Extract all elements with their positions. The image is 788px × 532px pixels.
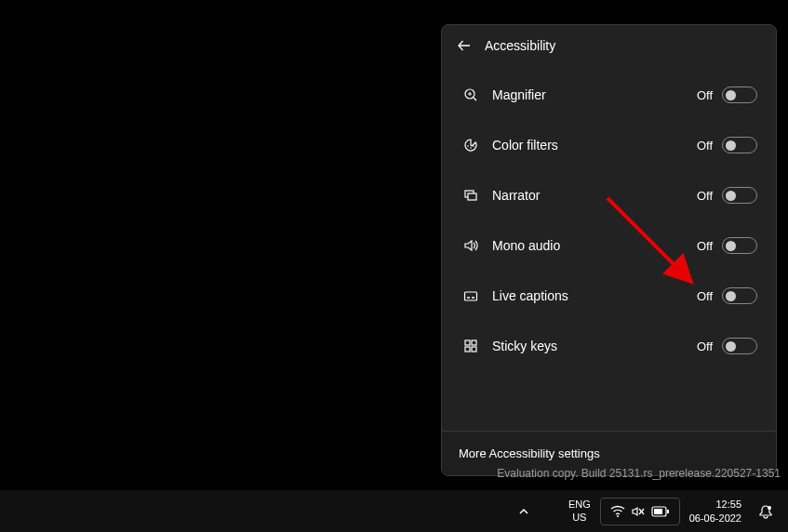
- narrator-icon: [462, 187, 479, 204]
- flyout-title: Accessibility: [485, 38, 555, 53]
- svg-rect-21: [667, 510, 669, 513]
- sticky-keys-toggle[interactable]: [722, 338, 757, 354]
- clock-date-text: 06-06-2022: [689, 512, 741, 525]
- back-arrow-icon: [457, 38, 472, 53]
- language-indicator[interactable]: ENG US: [561, 499, 598, 523]
- clock-time: 12:55: [689, 498, 741, 511]
- taskbar: ENG US 12:55 06-06-2022: [0, 490, 788, 532]
- setting-label: Narrator: [492, 188, 697, 203]
- svg-rect-9: [465, 292, 477, 300]
- svg-point-23: [768, 506, 771, 510]
- narrator-toggle[interactable]: [722, 187, 757, 204]
- accessibility-flyout: Accessibility Magnifier Off Color filter…: [441, 24, 777, 476]
- setting-narrator[interactable]: Narrator Off: [442, 170, 776, 220]
- live-captions-toggle[interactable]: [722, 287, 757, 304]
- setting-status: Off: [697, 339, 713, 353]
- color-filters-toggle[interactable]: [722, 137, 757, 153]
- battery-icon: [651, 506, 670, 517]
- lang-region: US: [568, 512, 591, 524]
- svg-point-17: [617, 515, 619, 517]
- tray-overflow-chevron[interactable]: [509, 499, 539, 525]
- lang-code: ENG: [568, 499, 591, 511]
- evaluation-watermark: Evaluation copy. Build 25131.rs_prerelea…: [497, 467, 781, 480]
- setting-status: Off: [697, 289, 713, 303]
- setting-color-filters[interactable]: Color filters Off: [442, 120, 776, 170]
- svg-rect-15: [472, 347, 476, 352]
- setting-label: Mono audio: [492, 238, 697, 253]
- volume-muted-icon: [631, 504, 646, 519]
- mono-audio-toggle[interactable]: [722, 237, 757, 254]
- setting-label: Magnifier: [492, 87, 697, 102]
- setting-status: Off: [697, 239, 713, 253]
- sticky-keys-icon: [462, 338, 479, 354]
- flyout-header: Accessibility: [442, 25, 776, 64]
- color-filters-icon: [462, 137, 479, 153]
- setting-status: Off: [697, 139, 713, 153]
- bell-icon: [758, 504, 773, 519]
- back-button[interactable]: [455, 36, 474, 55]
- svg-rect-14: [465, 347, 470, 352]
- svg-rect-12: [465, 340, 470, 345]
- magnifier-icon: [462, 86, 479, 103]
- svg-rect-8: [468, 193, 476, 200]
- magnifier-toggle[interactable]: [722, 86, 757, 103]
- settings-list: Magnifier Off Color filters Off Narrator…: [442, 64, 776, 431]
- setting-label: Color filters: [492, 138, 697, 153]
- chevron-up-icon: [518, 506, 529, 517]
- setting-label: Live captions: [492, 288, 697, 303]
- setting-sticky-keys[interactable]: Sticky keys Off: [442, 321, 776, 371]
- svg-point-4: [467, 145, 469, 147]
- mono-audio-icon: [462, 237, 479, 254]
- live-captions-icon: [462, 287, 479, 304]
- setting-live-captions[interactable]: Live captions Off: [442, 271, 776, 321]
- notifications-button[interactable]: [751, 504, 781, 519]
- more-settings-link[interactable]: More Accessibility settings: [459, 446, 759, 460]
- setting-magnifier[interactable]: Magnifier Off: [442, 70, 776, 120]
- svg-point-6: [473, 145, 474, 147]
- setting-label: Sticky keys: [492, 339, 697, 353]
- clock-date[interactable]: 12:55 06-06-2022: [682, 498, 749, 525]
- svg-line-1: [474, 98, 476, 100]
- setting-status: Off: [697, 88, 713, 102]
- svg-rect-22: [654, 509, 662, 514]
- nvidia-tray-icon[interactable]: [541, 504, 559, 519]
- setting-mono-audio[interactable]: Mono audio Off: [442, 220, 776, 271]
- system-tray-group[interactable]: [600, 498, 680, 525]
- svg-rect-13: [472, 340, 476, 345]
- wifi-icon: [610, 504, 625, 519]
- svg-point-5: [470, 147, 472, 149]
- setting-status: Off: [697, 189, 713, 203]
